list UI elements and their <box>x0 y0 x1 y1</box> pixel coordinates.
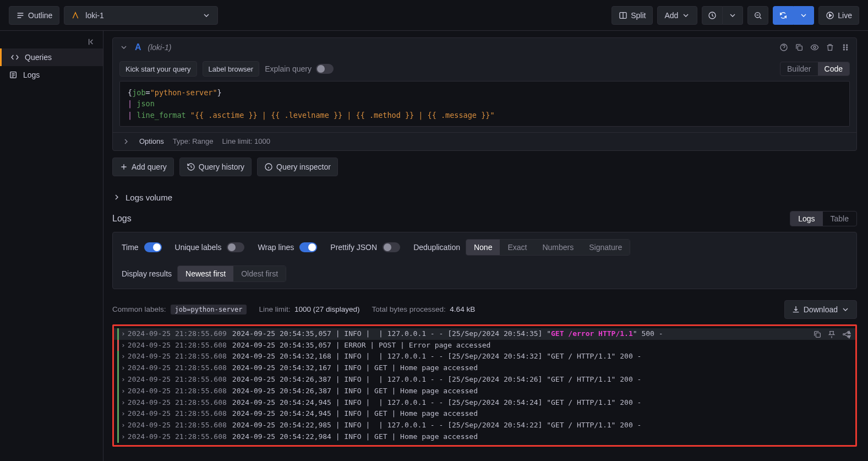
chevron-right-icon[interactable]: › <box>121 374 125 386</box>
explain-switch[interactable] <box>316 64 334 74</box>
kickstart-button[interactable]: Kick start your query <box>119 61 197 77</box>
sidebar-collapse[interactable] <box>0 35 103 48</box>
sidebar-item-logs[interactable]: Logs <box>0 66 103 84</box>
dedup-numbers[interactable]: Numbers <box>534 240 581 255</box>
chevron-right-icon[interactable]: › <box>121 397 125 409</box>
logs-volume-label: Logs volume <box>125 193 172 202</box>
chevron-right-icon[interactable]: › <box>121 340 125 351</box>
zoom-out-button[interactable] <box>747 6 768 25</box>
drag-icon[interactable] <box>841 43 850 52</box>
outline-label: Outline <box>28 11 52 20</box>
log-row[interactable]: ›2024-09-25 21:28:55.6082024-09-25 20:54… <box>114 431 855 443</box>
wrap-lines-switch[interactable] <box>299 242 317 252</box>
unique-labels-switch[interactable] <box>227 242 244 252</box>
log-message: 2024-09-25 20:54:32,168 | INFO | | 127.0… <box>232 351 642 362</box>
view-logs[interactable]: Logs <box>790 211 822 226</box>
datasource-label: loki-1 <box>85 11 199 20</box>
chevron-right-icon[interactable]: › <box>121 420 125 431</box>
chevron-right-icon[interactable]: › <box>121 408 125 420</box>
chevron-right-icon[interactable]: › <box>121 351 125 362</box>
log-message: 2024-09-25 20:54:22,985 | INFO | | 127.0… <box>232 420 642 431</box>
main-content: A (loki-1) Kick start your query Label b… <box>103 31 868 461</box>
chevron-right-icon[interactable]: › <box>121 431 125 443</box>
outline-button[interactable]: Outline <box>9 6 59 25</box>
logs-panel-wrapper: ▲▼ ›2024-09-25 21:28:55.6092024-09-25 20… <box>112 324 857 447</box>
log-controls: Time Unique labels Wrap lines Prettify J… <box>112 232 857 289</box>
log-timestamp: 2024-09-25 21:28:55.608 <box>128 408 227 420</box>
chevron-down-icon[interactable] <box>119 43 128 52</box>
sidebar-item-queries[interactable]: Queries <box>0 48 103 66</box>
log-message: 2024-09-25 20:54:35,057 | ERROR | POST |… <box>232 340 491 351</box>
log-level-bar <box>117 340 119 351</box>
dedup-signature[interactable]: Signature <box>581 240 630 255</box>
refresh-dropdown[interactable] <box>794 6 814 25</box>
copy-icon[interactable] <box>795 43 804 52</box>
query-code-editor[interactable]: {job="python-server"} | json | line_form… <box>119 81 850 127</box>
time-range-dropdown[interactable] <box>723 6 743 25</box>
view-table[interactable]: Table <box>823 211 856 226</box>
trash-icon[interactable] <box>826 43 834 52</box>
log-row[interactable]: ›2024-09-25 21:28:55.6082024-09-25 20:54… <box>114 408 855 420</box>
log-row[interactable]: ›2024-09-25 21:28:55.6082024-09-25 20:54… <box>114 397 855 409</box>
label-browser-button[interactable]: Label browser <box>203 61 260 77</box>
time-range-button[interactable] <box>702 6 723 25</box>
clock-icon <box>708 11 717 20</box>
type-label: Type: Range <box>173 137 214 145</box>
datasource-selector[interactable]: loki-1 <box>64 6 218 25</box>
eye-icon[interactable] <box>810 43 819 52</box>
chevron-down-icon <box>728 11 737 20</box>
chevron-right-icon[interactable]: › <box>121 328 125 340</box>
plus-icon <box>119 162 128 171</box>
log-level-bar <box>117 351 119 362</box>
logs-header: Logs Logs Table <box>112 208 857 232</box>
order-newest[interactable]: Newest first <box>178 266 233 281</box>
mode-code[interactable]: Code <box>818 62 849 75</box>
unique-labels-label: Unique labels <box>175 243 222 252</box>
log-row[interactable]: ›2024-09-25 21:28:55.6082024-09-25 20:54… <box>114 362 855 374</box>
prettify-switch[interactable] <box>383 242 400 252</box>
query-inspector-button[interactable]: Query inspector <box>257 158 338 176</box>
query-inspector-label: Query inspector <box>276 162 331 171</box>
dedup-exact[interactable]: Exact <box>500 240 534 255</box>
download-button[interactable]: Download <box>784 300 857 319</box>
loki-icon <box>71 11 80 20</box>
logs-icon <box>9 70 18 79</box>
log-row[interactable]: ›2024-09-25 21:28:55.6082024-09-25 20:54… <box>114 340 855 351</box>
chevron-right-icon[interactable]: › <box>121 362 125 374</box>
log-row[interactable]: ›2024-09-25 21:28:55.6082024-09-25 20:54… <box>114 386 855 397</box>
refresh-button[interactable] <box>773 6 794 25</box>
log-row[interactable]: ›2024-09-25 21:28:55.6082024-09-25 20:54… <box>114 351 855 362</box>
query-options-row[interactable]: Options Type: Range Line limit: 1000 <box>113 132 856 150</box>
add-query-button[interactable]: Add query <box>112 158 174 176</box>
logs-volume-header[interactable]: Logs volume <box>112 187 857 208</box>
code-icon <box>10 53 19 62</box>
split-label: Split <box>631 11 646 20</box>
add-button[interactable]: Add <box>657 6 697 25</box>
log-row[interactable]: ›2024-09-25 21:28:55.6082024-09-25 20:54… <box>114 420 855 431</box>
bytes-label: Total bytes processed: <box>372 305 446 313</box>
dedup-none[interactable]: None <box>466 240 500 255</box>
split-button[interactable]: Split <box>612 6 653 25</box>
copy-icon[interactable] <box>813 330 822 339</box>
live-button[interactable]: Live <box>818 6 859 25</box>
query-row-a: A (loki-1) Kick start your query Label b… <box>112 37 857 151</box>
log-timestamp: 2024-09-25 21:28:55.608 <box>128 431 227 443</box>
svg-point-11 <box>847 45 848 46</box>
query-actions: Add query Query history Query inspector <box>112 158 857 176</box>
log-row[interactable]: ›2024-09-25 21:28:55.6092024-09-25 20:54… <box>114 328 855 340</box>
info-icon <box>264 162 273 171</box>
mode-builder[interactable]: Builder <box>780 62 818 75</box>
order-oldest[interactable]: Oldest first <box>233 266 286 281</box>
log-timestamp: 2024-09-25 21:28:55.608 <box>128 374 227 386</box>
pin-icon[interactable] <box>827 330 836 339</box>
top-toolbar: Outline loki-1 Split Add Live <box>0 0 868 31</box>
help-icon[interactable] <box>779 43 788 52</box>
refresh-icon <box>779 11 788 20</box>
query-history-button[interactable]: Query history <box>179 158 252 176</box>
share-icon[interactable] <box>842 330 850 339</box>
time-switch[interactable] <box>144 242 162 252</box>
log-row-actions <box>813 330 850 339</box>
svg-point-17 <box>848 331 849 333</box>
chevron-right-icon[interactable]: › <box>121 386 125 397</box>
log-row[interactable]: ›2024-09-25 21:28:55.6082024-09-25 20:54… <box>114 374 855 386</box>
